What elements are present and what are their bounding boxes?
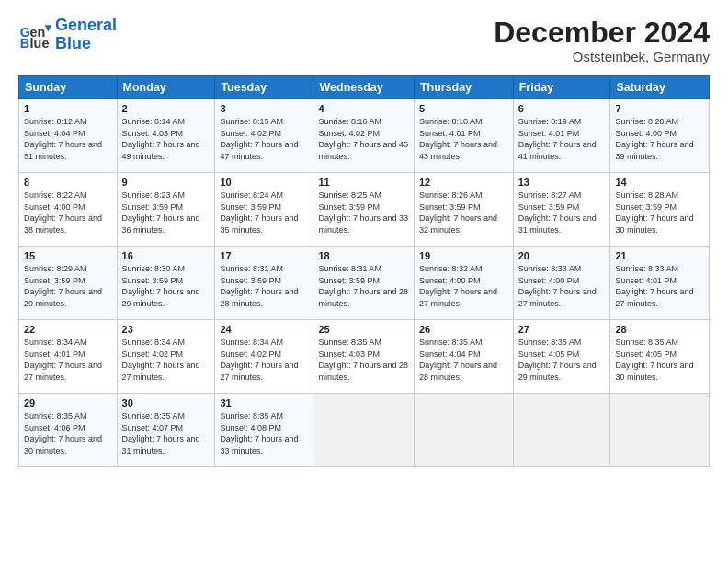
calendar-day-cell: 29Sunrise: 8:35 AMSunset: 4:06 PMDayligh…	[19, 394, 118, 467]
day-info: Sunrise: 8:31 AMSunset: 3:59 PMDaylight:…	[220, 263, 308, 309]
day-number: 9	[122, 177, 210, 188]
day-info: Sunrise: 8:35 AMSunset: 4:07 PMDaylight:…	[122, 410, 210, 456]
day-number: 5	[419, 103, 508, 114]
calendar-day-cell: 23Sunrise: 8:34 AMSunset: 4:02 PMDayligh…	[117, 320, 215, 394]
day-info: Sunrise: 8:35 AMSunset: 4:08 PMDaylight:…	[220, 410, 308, 456]
day-number: 24	[220, 324, 308, 335]
calendar-day-cell: 10Sunrise: 8:24 AMSunset: 3:59 PMDayligh…	[215, 173, 313, 247]
day-info: Sunrise: 8:33 AMSunset: 4:01 PMDaylight:…	[615, 263, 704, 309]
day-info: Sunrise: 8:34 AMSunset: 4:01 PMDaylight:…	[24, 337, 112, 383]
calendar-day-cell: 9Sunrise: 8:23 AMSunset: 3:59 PMDaylight…	[117, 173, 215, 247]
day-number: 6	[518, 103, 606, 114]
calendar-day-cell: 12Sunrise: 8:26 AMSunset: 3:59 PMDayligh…	[414, 173, 513, 247]
day-number: 26	[419, 324, 508, 335]
day-number: 23	[122, 324, 210, 335]
day-number: 11	[318, 177, 408, 188]
calendar-day-cell: 15Sunrise: 8:29 AMSunset: 3:59 PMDayligh…	[19, 247, 118, 320]
day-number: 15	[24, 250, 112, 261]
day-info: Sunrise: 8:35 AMSunset: 4:03 PMDaylight:…	[318, 337, 408, 383]
day-info: Sunrise: 8:24 AMSunset: 3:59 PMDaylight:…	[220, 190, 308, 236]
calendar-day-cell: 14Sunrise: 8:28 AMSunset: 3:59 PMDayligh…	[610, 173, 710, 247]
day-number: 22	[24, 324, 112, 335]
header: G en B lue GeneralBlue December 2024 Ost…	[18, 17, 710, 64]
day-info: Sunrise: 8:18 AMSunset: 4:01 PMDaylight:…	[419, 116, 508, 162]
calendar-day-cell: 2Sunrise: 8:14 AMSunset: 4:03 PMDaylight…	[117, 99, 215, 173]
calendar-week-row: 29Sunrise: 8:35 AMSunset: 4:06 PMDayligh…	[19, 394, 710, 467]
calendar-week-row: 22Sunrise: 8:34 AMSunset: 4:01 PMDayligh…	[19, 320, 710, 394]
calendar-day-cell: 17Sunrise: 8:31 AMSunset: 3:59 PMDayligh…	[215, 247, 313, 320]
calendar-day-cell: 28Sunrise: 8:35 AMSunset: 4:05 PMDayligh…	[610, 320, 710, 394]
day-number: 8	[24, 177, 112, 188]
calendar-day-cell: 8Sunrise: 8:22 AMSunset: 4:00 PMDaylight…	[19, 173, 118, 247]
calendar-day-cell: 26Sunrise: 8:35 AMSunset: 4:04 PMDayligh…	[414, 320, 513, 394]
day-info: Sunrise: 8:35 AMSunset: 4:05 PMDaylight:…	[518, 337, 606, 383]
day-info: Sunrise: 8:30 AMSunset: 3:59 PMDaylight:…	[122, 263, 210, 309]
day-info: Sunrise: 8:31 AMSunset: 3:59 PMDaylight:…	[318, 263, 408, 309]
calendar-day-cell: 24Sunrise: 8:34 AMSunset: 4:02 PMDayligh…	[215, 320, 313, 394]
calendar-day-cell: 1Sunrise: 8:12 AMSunset: 4:04 PMDaylight…	[19, 99, 118, 173]
calendar-day-cell: 16Sunrise: 8:30 AMSunset: 3:59 PMDayligh…	[117, 247, 215, 320]
logo-text: GeneralBlue	[55, 17, 117, 53]
day-info: Sunrise: 8:34 AMSunset: 4:02 PMDaylight:…	[122, 337, 210, 383]
day-info: Sunrise: 8:29 AMSunset: 3:59 PMDaylight:…	[24, 263, 112, 309]
day-number: 28	[615, 324, 704, 335]
svg-text:B: B	[20, 36, 29, 51]
header-cell: Thursday	[414, 76, 513, 99]
day-number: 31	[220, 397, 308, 408]
calendar-week-row: 8Sunrise: 8:22 AMSunset: 4:00 PMDaylight…	[19, 173, 710, 247]
calendar-week-row: 1Sunrise: 8:12 AMSunset: 4:04 PMDaylight…	[19, 99, 710, 173]
day-number: 17	[220, 250, 308, 261]
day-number: 14	[615, 177, 704, 188]
header-cell: Tuesday	[215, 76, 313, 99]
day-info: Sunrise: 8:27 AMSunset: 3:59 PMDaylight:…	[518, 190, 606, 236]
day-number: 7	[615, 103, 704, 114]
day-number: 21	[615, 250, 704, 261]
calendar-table: SundayMondayTuesdayWednesdayThursdayFrid…	[18, 75, 710, 467]
location: Oststeinbek, Germany	[494, 49, 710, 64]
day-number: 25	[318, 324, 408, 335]
day-info: Sunrise: 8:12 AMSunset: 4:04 PMDaylight:…	[24, 116, 112, 162]
calendar-week-row: 15Sunrise: 8:29 AMSunset: 3:59 PMDayligh…	[19, 247, 710, 320]
day-info: Sunrise: 8:34 AMSunset: 4:02 PMDaylight:…	[220, 337, 308, 383]
day-number: 18	[318, 250, 408, 261]
day-info: Sunrise: 8:35 AMSunset: 4:06 PMDaylight:…	[24, 410, 112, 456]
logo-icon: G en B lue	[18, 18, 51, 52]
calendar-day-cell: 21Sunrise: 8:33 AMSunset: 4:01 PMDayligh…	[610, 247, 710, 320]
day-info: Sunrise: 8:26 AMSunset: 3:59 PMDaylight:…	[419, 190, 508, 236]
day-number: 29	[24, 397, 112, 408]
calendar-day-cell: 5Sunrise: 8:18 AMSunset: 4:01 PMDaylight…	[414, 99, 513, 173]
day-number: 4	[318, 103, 408, 114]
day-info: Sunrise: 8:23 AMSunset: 3:59 PMDaylight:…	[122, 190, 210, 236]
calendar-day-cell: 7Sunrise: 8:20 AMSunset: 4:00 PMDaylight…	[610, 99, 710, 173]
calendar-day-cell: 31Sunrise: 8:35 AMSunset: 4:08 PMDayligh…	[215, 394, 313, 467]
header-row: SundayMondayTuesdayWednesdayThursdayFrid…	[19, 76, 710, 99]
day-number: 1	[24, 103, 112, 114]
calendar-day-cell: 18Sunrise: 8:31 AMSunset: 3:59 PMDayligh…	[313, 247, 414, 320]
calendar-day-cell	[610, 394, 710, 467]
header-cell: Saturday	[610, 76, 710, 99]
calendar-day-cell: 6Sunrise: 8:19 AMSunset: 4:01 PMDaylight…	[513, 99, 610, 173]
day-number: 2	[122, 103, 210, 114]
calendar-day-cell: 22Sunrise: 8:34 AMSunset: 4:01 PMDayligh…	[19, 320, 118, 394]
header-cell: Monday	[117, 76, 215, 99]
title-block: December 2024 Oststeinbek, Germany	[494, 17, 710, 64]
day-number: 20	[518, 250, 606, 261]
calendar-day-cell: 20Sunrise: 8:33 AMSunset: 4:00 PMDayligh…	[513, 247, 610, 320]
day-number: 10	[220, 177, 308, 188]
day-info: Sunrise: 8:20 AMSunset: 4:00 PMDaylight:…	[615, 116, 704, 162]
day-info: Sunrise: 8:25 AMSunset: 3:59 PMDaylight:…	[318, 190, 408, 236]
day-number: 12	[419, 177, 508, 188]
day-info: Sunrise: 8:19 AMSunset: 4:01 PMDaylight:…	[518, 116, 606, 162]
day-info: Sunrise: 8:14 AMSunset: 4:03 PMDaylight:…	[122, 116, 210, 162]
day-info: Sunrise: 8:32 AMSunset: 4:00 PMDaylight:…	[419, 263, 508, 309]
calendar-day-cell	[414, 394, 513, 467]
calendar-day-cell: 3Sunrise: 8:15 AMSunset: 4:02 PMDaylight…	[215, 99, 313, 173]
day-info: Sunrise: 8:22 AMSunset: 4:00 PMDaylight:…	[24, 190, 112, 236]
day-number: 27	[518, 324, 606, 335]
day-info: Sunrise: 8:16 AMSunset: 4:02 PMDaylight:…	[318, 116, 408, 162]
calendar-day-cell: 11Sunrise: 8:25 AMSunset: 3:59 PMDayligh…	[313, 173, 414, 247]
day-number: 19	[419, 250, 508, 261]
day-number: 30	[122, 397, 210, 408]
day-info: Sunrise: 8:33 AMSunset: 4:00 PMDaylight:…	[518, 263, 606, 309]
calendar-day-cell: 13Sunrise: 8:27 AMSunset: 3:59 PMDayligh…	[513, 173, 610, 247]
